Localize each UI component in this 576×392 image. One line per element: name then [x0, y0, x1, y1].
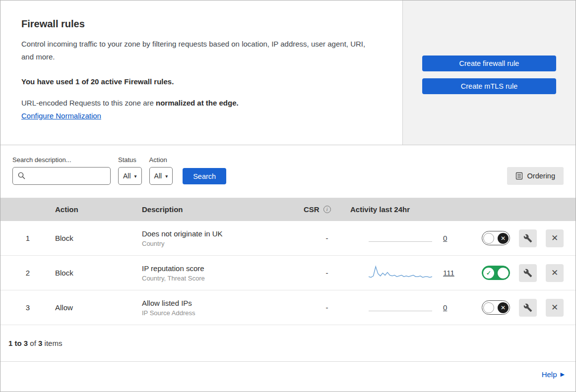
rule-description-text: IP reputation score: [142, 264, 304, 273]
activity-sparkline-flat: [369, 311, 432, 311]
chevron-down-icon: ▾: [134, 173, 137, 179]
table-row: 3 Allow Allow listed IPs IP Source Addre…: [0, 290, 576, 325]
rule-description-detail: Country: [142, 240, 304, 247]
activity-count-link[interactable]: 0: [443, 234, 447, 242]
ordering-button[interactable]: Ordering: [507, 167, 564, 185]
activity-sparkline: [369, 265, 432, 281]
rule-csr: -: [304, 234, 350, 242]
rule-index: 2: [0, 269, 55, 277]
table-row: 1 Block Does not originate in UK Country…: [0, 221, 576, 256]
info-icon[interactable]: i: [323, 206, 331, 213]
action-group: Action All ▾: [149, 156, 173, 185]
activity-count-link[interactable]: 0: [443, 303, 447, 312]
csr-column-header: CSR i: [304, 205, 350, 214]
status-group: Status All ▾: [118, 156, 142, 185]
rule-activity: 111: [350, 265, 482, 281]
wrench-icon: [523, 269, 532, 278]
normalization-prefix: URL-encoded Requests to this zone are: [21, 99, 156, 107]
rule-enabled-toggle[interactable]: ✕: [482, 231, 510, 245]
rule-index: 3: [0, 303, 55, 312]
rule-description: Does not originate in UK Country: [142, 229, 304, 247]
search-input[interactable]: [12, 167, 111, 185]
close-icon: ✕: [551, 268, 558, 278]
rule-index: 1: [0, 234, 55, 242]
rule-controls: ✕ ✕: [482, 299, 576, 317]
configure-normalization-link[interactable]: Configure Normalization: [21, 112, 101, 120]
page-description: Control incoming traffic to your zone by…: [21, 38, 374, 64]
edit-rule-button[interactable]: [519, 299, 537, 317]
activity-column-header: Activity last 24hr: [350, 205, 482, 214]
delete-rule-button[interactable]: ✕: [546, 264, 564, 282]
rule-description-text: Allow listed IPs: [142, 299, 304, 307]
page-title: Firewall rules: [21, 18, 379, 30]
toggle-knob: [483, 302, 494, 313]
delete-rule-button[interactable]: ✕: [546, 229, 564, 247]
rule-action: Block: [55, 269, 142, 277]
intro-card: Firewall rules Control incoming traffic …: [0, 0, 403, 145]
status-dropdown[interactable]: All ▾: [118, 167, 142, 185]
action-label: Action: [149, 156, 173, 164]
rule-description-detail: Country, Threat Score: [142, 275, 304, 282]
toggle-check-icon: ✓: [483, 268, 494, 279]
rule-controls: ✓ ✕: [482, 264, 576, 282]
ordering-label: Ordering: [527, 172, 555, 180]
search-button[interactable]: Search: [183, 168, 226, 184]
help-link[interactable]: Help ▶: [542, 370, 565, 379]
rule-activity: 0: [350, 303, 482, 312]
normalization-bold: normalized at the edge.: [156, 99, 239, 107]
rule-action: Block: [55, 234, 142, 242]
edit-rule-button[interactable]: [519, 229, 537, 247]
help-bar: Help ▶: [0, 362, 576, 387]
rule-controls: ✕ ✕: [482, 229, 576, 247]
close-icon: ✕: [551, 302, 558, 313]
search-label: Search description...: [12, 156, 111, 164]
rule-enabled-toggle[interactable]: ✕: [482, 300, 510, 315]
action-column-header: Action: [55, 205, 142, 214]
action-panel: Create firewall rule Create mTLS rule: [403, 0, 576, 145]
create-firewall-rule-button[interactable]: Create firewall rule: [422, 56, 556, 71]
toggle-x-icon: ✕: [498, 233, 509, 244]
toggle-knob: [498, 268, 509, 279]
table-header: Action Description CSR i Activity last 2…: [0, 198, 576, 221]
close-icon: ✕: [551, 233, 558, 243]
rule-csr: -: [304, 269, 350, 277]
create-mtls-rule-button[interactable]: Create mTLS rule: [422, 78, 556, 94]
rule-csr: -: [304, 303, 350, 312]
chevron-down-icon: ▾: [165, 173, 168, 179]
normalization-line: URL-encoded Requests to this zone are no…: [21, 99, 379, 107]
action-value: All: [154, 172, 162, 180]
toggle-x-icon: ✕: [498, 302, 509, 313]
usage-line: You have used 1 of 20 active Firewall ru…: [21, 77, 379, 86]
rule-description: IP reputation score Country, Threat Scor…: [142, 264, 304, 282]
activity-sparkline-flat: [369, 241, 432, 242]
rule-description: Allow listed IPs IP Source Address: [142, 299, 304, 317]
status-label: Status: [118, 156, 142, 164]
firewall-rules-page: Firewall rules Control incoming traffic …: [0, 0, 576, 392]
rule-enabled-toggle[interactable]: ✓: [482, 266, 510, 280]
delete-rule-button[interactable]: ✕: [546, 299, 564, 317]
rule-description-text: Does not originate in UK: [142, 229, 304, 238]
of-text: of: [28, 339, 38, 347]
wrench-icon: [523, 234, 532, 243]
pagination-summary: 1 to 3 of 3 items: [0, 325, 576, 362]
help-arrow-icon: ▶: [561, 371, 565, 378]
search-box: [12, 167, 111, 185]
search-group: Search description...: [12, 156, 111, 185]
search-icon: [17, 171, 26, 180]
action-dropdown[interactable]: All ▾: [149, 167, 173, 185]
range-text: 1 to 3: [8, 339, 28, 347]
edit-rule-button[interactable]: [519, 264, 537, 282]
activity-count-link[interactable]: 111: [443, 269, 454, 277]
filter-bar: Search description... Status All ▾ Actio…: [0, 145, 576, 198]
page-header: Firewall rules Control incoming traffic …: [0, 0, 576, 145]
toggle-knob: [483, 233, 494, 244]
description-column-header: Description: [142, 205, 304, 214]
ordering-list-icon: [515, 172, 523, 180]
wrench-icon: [523, 303, 532, 312]
table-row: 2 Block IP reputation score Country, Thr…: [0, 256, 576, 290]
rule-activity: 0: [350, 234, 482, 242]
items-text: items: [42, 339, 62, 347]
rule-action: Allow: [55, 303, 142, 312]
status-value: All: [123, 172, 131, 180]
help-label: Help: [542, 370, 557, 379]
